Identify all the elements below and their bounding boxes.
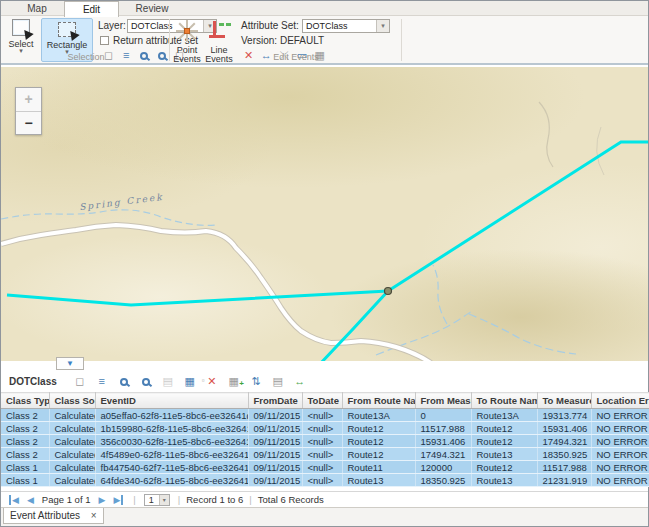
save-icon[interactable]: ▤: [157, 374, 179, 390]
table-menu-icon[interactable]: ≡: [91, 374, 113, 390]
table-cell[interactable]: NO ERROR: [591, 448, 649, 461]
add-record-icon[interactable]: ▦: [223, 374, 245, 390]
table-cell[interactable]: 15931.406: [415, 435, 471, 448]
table-cell[interactable]: Class 1: [1, 461, 49, 474]
table-cell[interactable]: <null>: [302, 448, 342, 461]
clear-selection-icon[interactable]: ✕: [201, 374, 223, 390]
attribute-set-dropdown[interactable]: DOTClass ▾: [302, 19, 390, 33]
table-cell[interactable]: Calculated: [49, 448, 95, 461]
collapse-panel-button[interactable]: ▼: [56, 357, 84, 370]
pan-to-selection-icon[interactable]: [154, 48, 169, 62]
table-cell[interactable]: Route12: [471, 461, 537, 474]
table-cell[interactable]: <null>: [302, 435, 342, 448]
first-page-button[interactable]: ◀: [9, 495, 19, 505]
table-row[interactable]: Class 1Calculatedfb447540-62f7-11e5-8bc6…: [1, 461, 649, 474]
table-cell[interactable]: Calculated: [49, 435, 95, 448]
route-event-line-northeast[interactable]: [388, 142, 648, 291]
table-cell[interactable]: Route13: [342, 474, 415, 487]
table-cell[interactable]: 11517.988: [537, 461, 591, 474]
tab-review[interactable]: Review: [121, 1, 183, 16]
pan-to-selected-icon[interactable]: [135, 374, 157, 390]
fit-column-width-icon[interactable]: ↔: [289, 374, 311, 390]
table-cell[interactable]: 18350.925: [537, 448, 591, 461]
table-row[interactable]: Class 2Calculated1b159980-62f8-11e5-8bc6…: [1, 422, 649, 435]
table-cell[interactable]: <null>: [302, 409, 342, 422]
column-header-4[interactable]: ToDate: [302, 393, 342, 409]
table-cell[interactable]: 0: [415, 409, 471, 422]
table-cell[interactable]: Calculated: [49, 409, 95, 422]
table-cell[interactable]: Calculated: [49, 422, 95, 435]
next-page-button[interactable]: ▶: [98, 495, 105, 505]
zoom-out-button[interactable]: −: [16, 111, 41, 134]
table-cell[interactable]: NO ERROR: [591, 422, 649, 435]
table-cell[interactable]: 4f5489e0-62f8-11e5-8bc6-ee32641d5ec9: [95, 448, 248, 461]
map-viewport[interactable]: Spring Creek + −: [1, 67, 648, 361]
tab-map[interactable]: Map: [11, 1, 63, 16]
table-cell[interactable]: 17494.321: [537, 435, 591, 448]
table-cell[interactable]: NO ERROR: [591, 474, 649, 487]
table-cell[interactable]: Route13: [471, 474, 537, 487]
table-cell[interactable]: fb447540-62f7-11e5-8bc6-ee32641d5ec9: [95, 461, 248, 474]
table-cell[interactable]: Route13: [471, 448, 537, 461]
table-row[interactable]: Class 2Calculated356c0030-62f8-11e5-8bc6…: [1, 435, 649, 448]
table-cell[interactable]: Class 2: [1, 435, 49, 448]
table-cell[interactable]: 19313.774: [537, 409, 591, 422]
table-cell[interactable]: NO ERROR: [591, 409, 649, 422]
select-records-icon[interactable]: ◻: [69, 374, 91, 390]
column-header-0[interactable]: Class Type: [1, 393, 49, 409]
tab-event-attributes[interactable]: Event Attributes ×: [3, 508, 104, 524]
table-cell[interactable]: <null>: [302, 461, 342, 474]
table-cell[interactable]: 09/11/2015: [248, 435, 302, 448]
table-cell[interactable]: 21231.919: [537, 474, 591, 487]
table-row[interactable]: Class 1Calculated64fde340-62f8-11e5-8bc6…: [1, 474, 649, 487]
table-cell[interactable]: 356c0030-62f8-11e5-8bc6-ee32641d5ec9: [95, 435, 248, 448]
table-cell[interactable]: 15931.406: [537, 422, 591, 435]
column-header-8[interactable]: To Measure: [537, 393, 591, 409]
table-cell[interactable]: Route13A: [471, 409, 537, 422]
table-cell[interactable]: 120000: [415, 461, 471, 474]
previous-page-button[interactable]: ◀: [27, 495, 34, 505]
table-cell[interactable]: 17494.321: [415, 448, 471, 461]
table-cell[interactable]: 09/11/2015: [248, 461, 302, 474]
line-events-button[interactable]: Line Events: [204, 18, 234, 62]
table-cell[interactable]: 11517.988: [415, 422, 471, 435]
column-header-2[interactable]: EventID: [95, 393, 248, 409]
column-header-5[interactable]: From Route Name: [342, 393, 415, 409]
table-cell[interactable]: Route12: [471, 422, 537, 435]
return-attribute-set-checkbox[interactable]: [100, 36, 109, 45]
column-header-6[interactable]: From Measure: [415, 393, 471, 409]
chevron-down-icon[interactable]: ▾: [376, 20, 389, 32]
column-header-3[interactable]: FromDate: [248, 393, 302, 409]
table-cell[interactable]: NO ERROR: [591, 435, 649, 448]
table-cell[interactable]: 09/11/2015: [248, 422, 302, 435]
table-cell[interactable]: Route11: [342, 461, 415, 474]
route-junction-marker[interactable]: [385, 288, 392, 295]
table-cell[interactable]: Route12: [342, 422, 415, 435]
table-cell[interactable]: 09/11/2015: [248, 409, 302, 422]
sort-icon[interactable]: ⇅: [245, 374, 267, 390]
tab-edit[interactable]: Edit: [64, 1, 119, 17]
route-event-line-south[interactable]: [319, 291, 388, 361]
point-events-button[interactable]: Point Events: [172, 18, 202, 62]
chevron-down-icon[interactable]: ▾: [159, 495, 169, 505]
column-header-9[interactable]: Location Error: [591, 393, 649, 409]
table-cell[interactable]: Calculated: [49, 474, 95, 487]
table-cell[interactable]: Route12: [471, 435, 537, 448]
table-cell[interactable]: 09/11/2015: [248, 474, 302, 487]
table-cell[interactable]: 09/11/2015: [248, 448, 302, 461]
table-cell[interactable]: 18350.925: [415, 474, 471, 487]
zoom-to-selected-icon[interactable]: [113, 374, 135, 390]
table-cell[interactable]: 64fde340-62f8-11e5-8bc6-ee32641d5ec9: [95, 474, 248, 487]
table-cell[interactable]: Class 1: [1, 474, 49, 487]
table-row[interactable]: Class 2Calculated4f5489e0-62f8-11e5-8bc6…: [1, 448, 649, 461]
zoom-in-button[interactable]: +: [16, 88, 41, 111]
table-cell[interactable]: a05effa0-62f8-11e5-8bc6-ee32641d5ec9: [95, 409, 248, 422]
column-header-7[interactable]: To Route Name: [471, 393, 537, 409]
column-header-1[interactable]: Class Source: [49, 393, 95, 409]
table-cell[interactable]: Route12: [342, 448, 415, 461]
last-page-button[interactable]: ▶: [113, 495, 123, 505]
table-cell[interactable]: <null>: [302, 422, 342, 435]
table-cell[interactable]: Class 2: [1, 409, 49, 422]
table-cell[interactable]: Calculated: [49, 461, 95, 474]
table-cell[interactable]: Class 2: [1, 422, 49, 435]
